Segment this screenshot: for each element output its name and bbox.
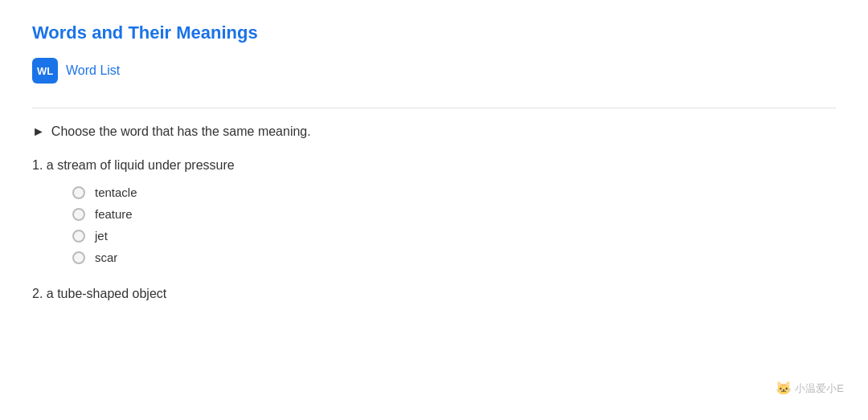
divider: [32, 108, 836, 108]
radio-option-2[interactable]: [72, 208, 85, 221]
question-1-text: a stream of liquid under pressure: [47, 158, 235, 172]
list-item[interactable]: feature: [72, 207, 836, 221]
question-2-number: 2.: [32, 287, 43, 300]
watermark: 🐱 小温爱小E: [776, 381, 844, 396]
instruction-arrow: ►: [32, 124, 45, 139]
watermark-text: 小温爱小E: [795, 381, 844, 396]
radio-option-3[interactable]: [72, 230, 85, 243]
word-list-row: WL Word List: [32, 58, 836, 84]
page-title: Words and Their Meanings: [32, 22, 836, 43]
word-list-label: Word List: [66, 63, 120, 78]
question-1-number: 1.: [32, 158, 43, 172]
watermark-icon: 🐱: [776, 381, 792, 396]
list-item[interactable]: scar: [72, 251, 836, 264]
list-item[interactable]: tentacle: [72, 186, 836, 199]
question-1: 1. a stream of liquid under pressure: [32, 158, 836, 173]
option-label-1: tentacle: [95, 186, 137, 199]
option-label-3: jet: [95, 229, 108, 243]
instruction: ► Choose the word that has the same mean…: [32, 124, 836, 139]
list-item[interactable]: jet: [72, 229, 836, 243]
instruction-text: Choose the word that has the same meanin…: [51, 124, 311, 139]
option-label-2: feature: [95, 207, 133, 221]
wl-badge: WL: [32, 58, 58, 84]
question-2: 2. a tube-shaped object: [32, 287, 836, 301]
radio-option-4[interactable]: [72, 251, 85, 264]
option-label-4: scar: [95, 251, 117, 264]
radio-option-1[interactable]: [72, 186, 85, 199]
question-2-text: a tube-shaped object: [47, 287, 166, 300]
question-1-options: tentacle feature jet scar: [72, 186, 836, 264]
